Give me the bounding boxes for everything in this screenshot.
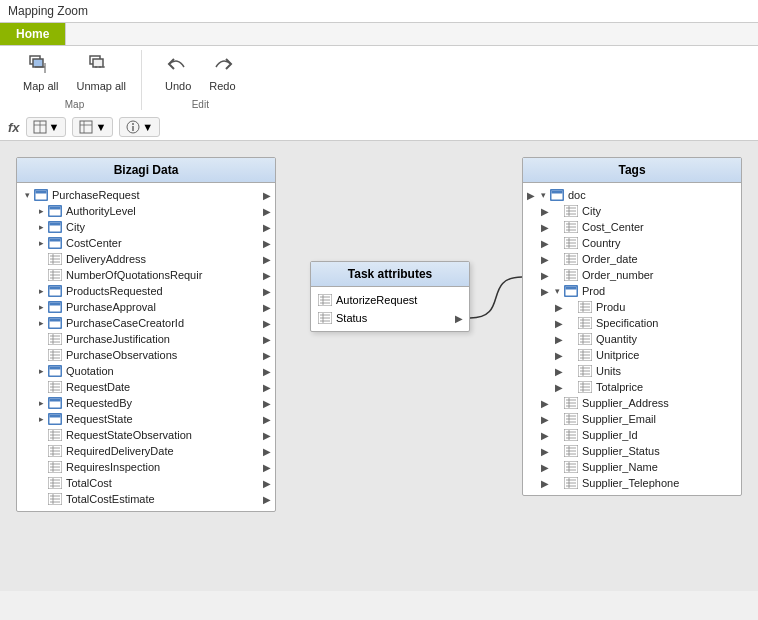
formula-btn-2[interactable]: ▼	[72, 117, 113, 137]
bizagi-item-delivery-address[interactable]: DeliveryAddress▶	[17, 251, 275, 267]
item-label: Quantity	[596, 333, 637, 345]
bizagi-item-request-state-obs[interactable]: RequestStateObservation▶	[17, 427, 275, 443]
bizagi-item-num-quotations[interactable]: NumberOfQuotationsRequir▶	[17, 267, 275, 283]
expand-icon: ▸	[35, 398, 47, 408]
tags-item-tag-country[interactable]: ▶ Country	[523, 235, 741, 251]
map-arrow: ▶	[263, 254, 271, 265]
expand-icon: ▸	[35, 414, 47, 424]
expand-icon: ▸	[35, 206, 47, 216]
bizagi-panel-header: Bizagi Data	[17, 158, 275, 183]
bizagi-item-purchase-request[interactable]: ▾ PurchaseRequest▶	[17, 187, 275, 203]
bizagi-item-cost-center[interactable]: ▸ CostCenter▶	[17, 235, 275, 251]
field-icon	[317, 293, 333, 307]
item-label: RequestStateObservation	[66, 429, 192, 441]
bizagi-item-request-date[interactable]: RequestDate▶	[17, 379, 275, 395]
item-label: Totalprice	[596, 381, 643, 393]
task-item-status[interactable]: Status▶	[311, 309, 469, 327]
svg-rect-67	[50, 399, 61, 402]
map-all-button[interactable]: Map all	[16, 50, 65, 97]
undo-icon	[166, 55, 190, 78]
field-icon	[563, 252, 579, 266]
bizagi-item-purchase-approval[interactable]: ▸ PurchaseApproval▶	[17, 299, 275, 315]
svg-rect-18	[36, 191, 47, 194]
tag-left-arrow: ▶	[555, 318, 563, 329]
field-icon	[563, 204, 579, 218]
map-arrow: ▶	[263, 478, 271, 489]
tags-item-tag-totalprice[interactable]: ▶ Totalprice	[523, 379, 741, 395]
expand-icon: ▾	[21, 190, 33, 200]
map-arrow: ▶	[263, 318, 271, 329]
map-arrow: ▶	[263, 238, 271, 249]
tags-item-tag-specification[interactable]: ▶ Specification	[523, 315, 741, 331]
tags-item-tag-supplier-email[interactable]: ▶ Supplier_Email	[523, 411, 741, 427]
formula-icon-3	[126, 120, 140, 134]
formula-btn-1[interactable]: ▼	[26, 117, 67, 137]
main-area: Bizagi Data ▾ PurchaseRequest▶▸ Authorit…	[0, 141, 758, 591]
tags-item-tag-supplier-telephone[interactable]: ▶ Supplier_Telephone	[523, 475, 741, 491]
tag-left-arrow: ▶	[541, 254, 549, 265]
formula-btn-3[interactable]: ▼	[119, 117, 160, 137]
task-item-authorize-request[interactable]: AutorizeRequest	[311, 291, 469, 309]
formula-btn-2-arrow: ▼	[95, 121, 106, 133]
bizagi-item-authority-level[interactable]: ▸ AuthorityLevel▶	[17, 203, 275, 219]
ribbon: Map all Unmap all Map	[0, 46, 758, 114]
tags-item-tag-unitprice[interactable]: ▶ Unitprice	[523, 347, 741, 363]
bizagi-item-requested-by[interactable]: ▸ RequestedBy▶	[17, 395, 275, 411]
tags-item-tag-city[interactable]: ▶ City	[523, 203, 741, 219]
undo-button[interactable]: Undo	[158, 50, 198, 97]
item-label: City	[66, 221, 85, 233]
tags-item-tag-cost-center[interactable]: ▶ Cost_Center	[523, 219, 741, 235]
tags-item-doc[interactable]: ▶▾ doc	[523, 187, 741, 203]
bizagi-item-city[interactable]: ▸ City▶	[17, 219, 275, 235]
bizagi-item-total-cost[interactable]: TotalCost▶	[17, 475, 275, 491]
tags-item-tag-supplier-address[interactable]: ▶ Supplier_Address	[523, 395, 741, 411]
tags-item-tag-units[interactable]: ▶ Units	[523, 363, 741, 379]
redo-icon	[210, 55, 234, 78]
tags-item-tag-order-number[interactable]: ▶ Order_number	[523, 267, 741, 283]
entity-icon	[47, 300, 63, 314]
redo-button[interactable]: Redo	[202, 50, 242, 97]
tab-home[interactable]: Home	[0, 23, 66, 45]
tags-item-tag-supplier-name[interactable]: ▶ Supplier_Name	[523, 459, 741, 475]
formula-btn-3-arrow: ▼	[142, 121, 153, 133]
map-arrow: ▶	[263, 414, 271, 425]
svg-point-14	[132, 123, 134, 125]
tags-tree: ▶▾ doc▶ City▶ Cost_Center▶	[523, 183, 741, 495]
bizagi-item-required-delivery[interactable]: RequiredDeliveryDate▶	[17, 443, 275, 459]
item-label: Units	[596, 365, 621, 377]
bizagi-item-requires-inspection[interactable]: RequiresInspection▶	[17, 459, 275, 475]
svg-rect-21	[50, 207, 61, 210]
bizagi-item-purchase-observations[interactable]: PurchaseObservations▶	[17, 347, 275, 363]
bizagi-item-total-cost-estimate[interactable]: TotalCostEstimate▶	[17, 491, 275, 507]
tags-item-tag-supplier-status[interactable]: ▶ Supplier_Status	[523, 443, 741, 459]
item-label: TotalCostEstimate	[66, 493, 155, 505]
item-label: City	[582, 205, 601, 217]
field-icon	[563, 236, 579, 250]
entity-icon	[47, 412, 63, 426]
svg-rect-136	[566, 287, 577, 290]
formula-btn-1-arrow: ▼	[49, 121, 60, 133]
ribbon-group-map: Map all Unmap all Map	[8, 50, 142, 110]
bizagi-item-request-state[interactable]: ▸ RequestState▶	[17, 411, 275, 427]
field-icon	[563, 460, 579, 474]
bizagi-item-purchase-justification[interactable]: PurchaseJustification▶	[17, 331, 275, 347]
tags-item-tag-produ[interactable]: ▶ Produ	[523, 299, 741, 315]
entity-icon	[47, 204, 63, 218]
bizagi-item-products-requested[interactable]: ▸ ProductsRequested▶	[17, 283, 275, 299]
bizagi-item-purchase-case-creator-id[interactable]: ▸ PurchaseCaseCreatorId▶	[17, 315, 275, 331]
tags-item-tag-order-date[interactable]: ▶ Order_date	[523, 251, 741, 267]
unmap-all-button[interactable]: Unmap all	[69, 50, 133, 97]
tab-bar: Home	[0, 23, 758, 46]
item-label: PurchaseJustification	[66, 333, 170, 345]
item-label: DeliveryAddress	[66, 253, 146, 265]
connection-line	[470, 277, 522, 318]
expand-icon: ▸	[35, 286, 47, 296]
entity-icon	[33, 188, 49, 202]
bizagi-item-quotation[interactable]: ▸ Quotation▶	[17, 363, 275, 379]
tags-item-tag-quantity[interactable]: ▶ Quantity	[523, 331, 741, 347]
field-icon	[47, 380, 63, 394]
tags-item-tag-prod[interactable]: ▶▾ Prod	[523, 283, 741, 299]
tags-item-tag-supplier-id[interactable]: ▶ Supplier_Id	[523, 427, 741, 443]
tag-left-arrow: ▶	[541, 446, 549, 457]
entity-icon	[47, 236, 63, 250]
